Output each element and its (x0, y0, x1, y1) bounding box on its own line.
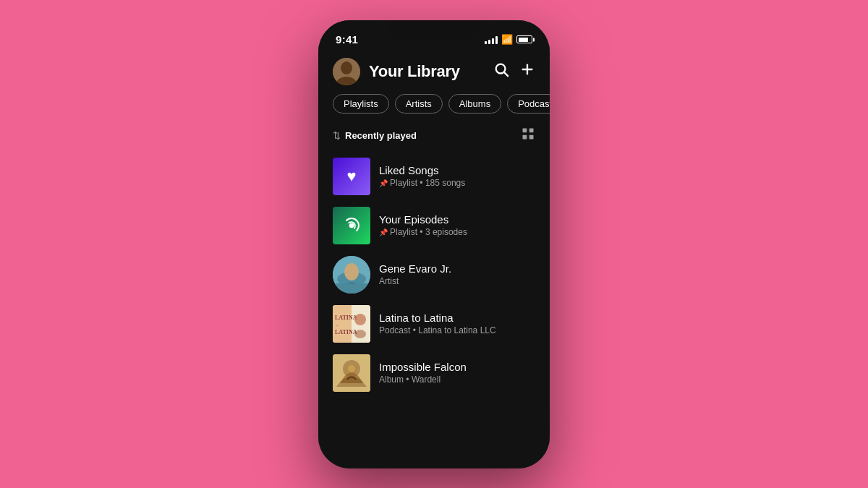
svg-point-14 (344, 263, 359, 281)
episodes-artwork (333, 207, 370, 244)
falcon-artwork (333, 354, 370, 392)
list-item[interactable]: Gene Evaro Jr. Artist (333, 250, 535, 299)
sort-left[interactable]: ⇅ Recently played (333, 130, 417, 141)
heart-icon: ♥ (346, 167, 356, 186)
item-subtitle: 📌 Playlist • 3 episodes (379, 227, 535, 237)
item-subtitle: Album • Wardell (379, 374, 535, 385)
avatar[interactable] (333, 58, 360, 85)
item-subtitle: 📌 Playlist • 185 songs (379, 178, 535, 188)
list-item[interactable]: Impossible Falcon Album • Wardell (333, 348, 535, 398)
svg-point-23 (354, 330, 366, 338)
gene-artwork (333, 256, 370, 294)
latina-info: Latina to Latina Podcast • Latina to Lat… (379, 312, 535, 335)
liked-songs-info: Liked Songs 📌 Playlist • 185 songs (379, 164, 535, 188)
grid-view-icon[interactable] (521, 127, 535, 145)
pin-icon: 📌 (379, 179, 388, 187)
chip-albums[interactable]: Albums (448, 94, 501, 114)
chip-podcasts[interactable]: Podcasts & Sho (507, 94, 550, 114)
phone-device: 9:41 📶 (318, 20, 550, 468)
battery-icon (516, 35, 532, 43)
sort-bar: ⇅ Recently played (318, 124, 550, 152)
svg-point-1 (341, 61, 352, 74)
status-icons: 📶 (485, 34, 532, 45)
sort-label: Recently played (345, 130, 417, 141)
wifi-icon: 📶 (501, 34, 513, 45)
item-title: Gene Evaro Jr. (379, 262, 535, 275)
status-time: 9:41 (336, 33, 358, 46)
sort-arrows-icon: ⇅ (333, 130, 341, 141)
filter-chips: Playlists Artists Albums Podcasts & Sho (318, 94, 550, 124)
signal-icon (485, 35, 498, 44)
svg-rect-8 (529, 128, 534, 132)
list-item[interactable]: LATINA → LATINA Latina to Latina Podcast… (333, 299, 535, 348)
podcast-artwork: LATINA → LATINA (333, 305, 370, 343)
chip-artists[interactable]: Artists (395, 94, 443, 114)
item-subtitle: Podcast • Latina to Latina LLC (379, 325, 535, 335)
page-title: Your Library (369, 62, 493, 81)
svg-point-11 (349, 223, 354, 228)
svg-text:→: → (335, 324, 339, 328)
item-title: Latina to Latina (379, 312, 535, 324)
podcast-icon (342, 216, 361, 235)
item-title: Liked Songs (379, 164, 535, 176)
item-title: Impossible Falcon (379, 361, 535, 373)
latina-artwork: LATINA → LATINA (333, 305, 370, 343)
svg-point-26 (348, 365, 355, 372)
item-subtitle: Artist (379, 276, 535, 286)
svg-text:LATINA: LATINA (335, 329, 357, 335)
artist-photo (333, 256, 370, 294)
gene-info: Gene Evaro Jr. Artist (379, 262, 535, 286)
library-list: ♥ Liked Songs 📌 Playlist • 185 songs (318, 152, 550, 468)
search-icon[interactable] (493, 61, 509, 81)
svg-text:LATINA: LATINA (335, 314, 357, 321)
svg-rect-7 (523, 128, 527, 132)
library-header: Your Library (318, 52, 550, 94)
svg-line-4 (504, 72, 508, 76)
album-artwork (333, 354, 370, 392)
list-item[interactable]: ♥ Liked Songs 📌 Playlist • 185 songs (333, 152, 535, 201)
episodes-info: Your Episodes 📌 Playlist • 3 episodes (379, 213, 535, 237)
item-title: Your Episodes (379, 213, 535, 226)
svg-rect-10 (529, 134, 534, 139)
phone-notch (387, 20, 481, 40)
svg-point-22 (354, 314, 366, 325)
svg-rect-9 (523, 134, 527, 139)
pin-icon: 📌 (379, 228, 388, 236)
falcon-info: Impossible Falcon Album • Wardell (379, 361, 535, 385)
chip-playlists[interactable]: Playlists (333, 94, 389, 114)
add-icon[interactable] (519, 61, 535, 81)
phone-screen: 9:41 📶 (318, 20, 550, 468)
liked-songs-artwork: ♥ (333, 158, 370, 195)
svg-rect-16 (333, 283, 370, 294)
list-item[interactable]: Your Episodes 📌 Playlist • 3 episodes (333, 201, 535, 250)
header-actions (493, 61, 535, 81)
